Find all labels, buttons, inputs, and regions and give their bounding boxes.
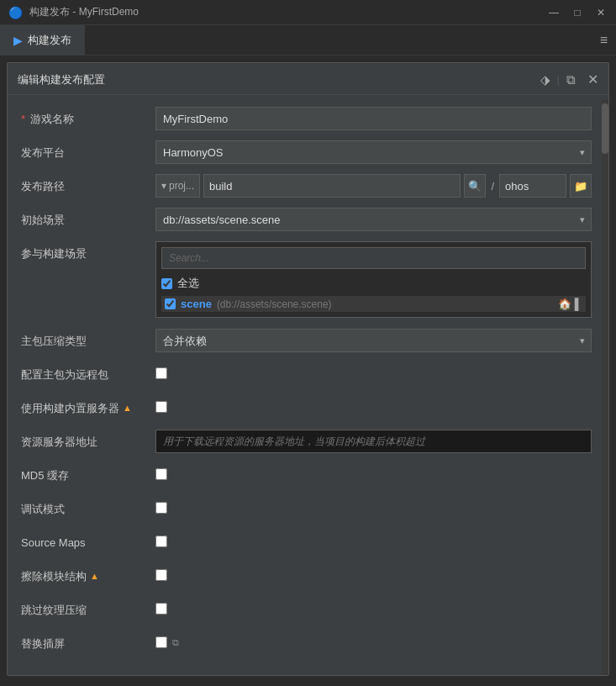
title-bar: 🔵 构建发布 - MyFirstDemo — □ ✕ — [0, 0, 616, 25]
debug-label: 调试模式 — [21, 497, 155, 517]
maximize-button[interactable]: □ — [571, 7, 584, 18]
remove-module-label-text: 擦除模块结构 — [21, 569, 87, 584]
remote-package-label-text: 配置主包为远程包 — [21, 367, 108, 383]
path-search-button[interactable]: 🔍 — [464, 174, 486, 198]
builtin-server-checkbox[interactable] — [155, 401, 167, 413]
package-type-select[interactable]: 合并依赖 不压缩 zip — [155, 329, 592, 352]
resource-server-row: 资源服务器地址 — [21, 426, 592, 456]
remove-module-checkbox[interactable] — [155, 569, 167, 581]
path-separator: / — [489, 180, 496, 193]
replace-screen-checkbox[interactable] — [155, 636, 167, 648]
path-row: 发布路径 ▾ proj... 🔍 / 📁 — [21, 171, 592, 201]
dialog-body: * 游戏名称 发布平台 HarmonyOS Android iOS Window… — [8, 95, 608, 672]
window-title: 构建发布 - MyFirstDemo — [29, 5, 540, 19]
skip-texture-checkbox[interactable] — [155, 603, 167, 615]
tab-bar: ▶ 构建发布 ≡ — [0, 25, 616, 55]
scene-item-delete-icon[interactable]: ▌ — [575, 298, 582, 310]
initial-scene-row: 初始场景 db://assets/scene.scene ▾ — [21, 204, 592, 235]
tab-label: 构建发布 — [28, 33, 71, 48]
path-folder-button[interactable]: 📁 — [570, 174, 592, 198]
game-name-row: * 游戏名称 — [21, 103, 592, 134]
builtin-server-label: 使用构建内置服务器 ▲ — [21, 396, 155, 416]
game-name-label: * 游戏名称 — [21, 107, 155, 127]
source-maps-row: Source Maps — [21, 527, 592, 557]
path-prefix-text: proj... — [169, 180, 194, 192]
builtin-server-label-text: 使用构建内置服务器 — [21, 401, 119, 416]
source-maps-checkbox[interactable] — [155, 536, 167, 547]
path-sub-input[interactable] — [499, 174, 566, 198]
debug-control — [155, 497, 592, 516]
select-all-row: 全选 — [161, 274, 586, 293]
path-prefix-btn[interactable]: ▾ proj... — [155, 174, 200, 198]
platform-select[interactable]: HarmonyOS Android iOS Windows — [155, 140, 592, 164]
builtin-server-warn-icon: ▲ — [123, 402, 132, 414]
required-marker: * — [21, 112, 25, 127]
build-scene-label: 参与构建场景 — [21, 241, 155, 261]
build-scene-control: 全选 scene (db://assets/scene.scene) 🏠 ▌ — [155, 241, 592, 318]
header-separator: | — [557, 73, 560, 86]
build-scene-label-text: 参与构建场景 — [21, 246, 87, 261]
initial-scene-label: 初始场景 — [21, 208, 155, 228]
tab-icon: ▶ — [13, 34, 23, 47]
scene-panel: 全选 scene (db://assets/scene.scene) 🏠 ▌ — [155, 241, 592, 318]
build-scene-row: 参与构建场景 全选 scene (db://assets/scene.scene… — [21, 238, 592, 322]
dialog-title: 编辑构建发布配置 — [18, 72, 540, 87]
select-all-checkbox[interactable] — [161, 278, 172, 289]
package-type-select-wrap: 合并依赖 不压缩 zip ▾ — [155, 329, 592, 352]
package-type-row: 主包压缩类型 合并依赖 不压缩 zip ▾ — [21, 325, 592, 356]
game-name-label-text: 游戏名称 — [30, 112, 74, 127]
external-button[interactable]: ⧉ — [566, 72, 576, 87]
game-name-control — [155, 107, 592, 130]
game-name-input[interactable] — [155, 107, 592, 130]
replace-screen-ext-icon[interactable]: ⧉ — [172, 637, 179, 648]
scrollbar-thumb[interactable] — [602, 103, 608, 154]
restore-button[interactable]: ⬗ — [540, 72, 550, 87]
skip-texture-row: 跳过纹理压缩 — [21, 594, 592, 625]
scene-item-row: scene (db://assets/scene.scene) 🏠 ▌ — [161, 296, 586, 312]
resource-server-input[interactable] — [155, 430, 592, 453]
scene-item-home-icon[interactable]: 🏠 — [558, 298, 571, 310]
tab-build-publish[interactable]: ▶ 构建发布 — [0, 25, 85, 55]
platform-select-wrap: HarmonyOS Android iOS Windows ▾ — [155, 140, 592, 164]
remote-package-checkbox[interactable] — [155, 367, 167, 379]
platform-control: HarmonyOS Android iOS Windows ▾ — [155, 140, 592, 164]
package-type-label: 主包压缩类型 — [21, 329, 155, 349]
dialog-close-button[interactable]: ✕ — [587, 71, 598, 87]
remote-package-row: 配置主包为远程包 — [21, 359, 592, 389]
scene-search-input[interactable] — [161, 247, 586, 269]
path-build-input[interactable] — [203, 174, 461, 198]
initial-scene-select[interactable]: db://assets/scene.scene — [155, 208, 592, 231]
initial-scene-control: db://assets/scene.scene ▾ — [155, 208, 592, 231]
scrollbar-track[interactable] — [602, 100, 608, 676]
menu-button[interactable]: ≡ — [600, 33, 616, 48]
scene-item-checkbox[interactable] — [165, 298, 176, 309]
remove-module-warn-icon: ▲ — [90, 570, 99, 583]
path-chevron: ▾ — [161, 180, 166, 192]
skip-texture-control — [155, 598, 592, 617]
minimize-button[interactable]: — — [547, 7, 561, 18]
dialog-overlay: 编辑构建发布配置 ⬗ | ⧉ ✕ * 游戏名称 发布平台 — [7, 62, 609, 676]
resource-server-label-text: 资源服务器地址 — [21, 435, 97, 450]
debug-label-text: 调试模式 — [21, 502, 65, 517]
package-type-label-text: 主包压缩类型 — [21, 334, 87, 349]
app-icon: 🔵 — [8, 6, 23, 19]
close-button[interactable]: ✕ — [594, 7, 608, 18]
source-maps-label-text: Source Maps — [21, 536, 86, 551]
platform-row: 发布平台 HarmonyOS Android iOS Windows ▾ — [21, 137, 592, 167]
initial-scene-label-text: 初始场景 — [21, 213, 65, 228]
md5-row: MD5 缓存 — [21, 460, 592, 490]
resource-server-label: 资源服务器地址 — [21, 430, 155, 450]
skip-texture-label: 跳过纹理压缩 — [21, 598, 155, 618]
dialog-header-actions: ⬗ | ⧉ ✕ — [540, 71, 598, 87]
replace-screen-row: 替换插屏 ⧉ — [21, 628, 592, 658]
initial-scene-select-wrap: db://assets/scene.scene ▾ — [155, 208, 592, 231]
path-row-inner: ▾ proj... 🔍 / 📁 — [155, 174, 592, 198]
md5-checkbox[interactable] — [155, 468, 167, 480]
debug-row: 调试模式 — [21, 493, 592, 524]
platform-label-text: 发布平台 — [21, 145, 65, 161]
replace-screen-label: 替换插屏 — [21, 631, 155, 652]
path-label-text: 发布路径 — [21, 179, 65, 194]
platform-label: 发布平台 — [21, 140, 155, 161]
debug-checkbox[interactable] — [155, 502, 167, 514]
remove-module-control — [155, 564, 592, 583]
